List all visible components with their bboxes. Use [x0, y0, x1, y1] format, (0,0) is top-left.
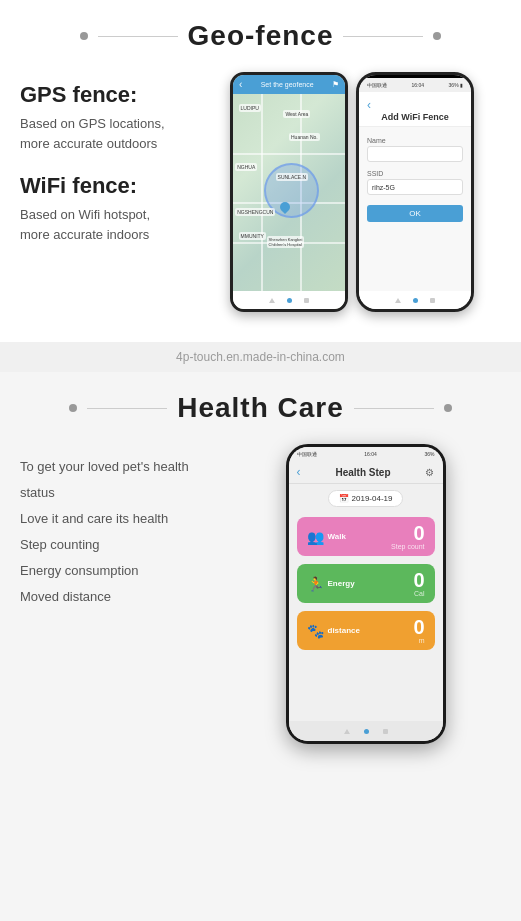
nav-back	[395, 298, 401, 303]
health-card-right: 0 Step count	[391, 523, 424, 550]
health-screen-title: Health Step	[335, 467, 390, 478]
health-distance-card: 🐾 distance 0 m	[297, 611, 435, 650]
health-card-right: 0 Cal	[413, 570, 424, 597]
energy-unit: Cal	[413, 590, 424, 597]
wifi-name-label: Name	[367, 137, 463, 144]
geo-text: GPS fence: Based on GPS locations, more …	[20, 72, 220, 264]
gps-fence-desc: Based on GPS locations, more accurate ou…	[20, 114, 220, 153]
health-carrier: 中国联通	[297, 451, 317, 457]
walk-label: Walk	[328, 532, 346, 541]
watermark-bar: 4p-touch.en.made-in-china.com	[0, 342, 521, 372]
health-card-left: 👥 Walk	[307, 529, 346, 545]
nav-back	[269, 298, 275, 303]
health-app-header: ‹ Health Step ⚙	[289, 461, 443, 484]
health-phone-mockup: 中国联通 16:04 36% ‹ Health Step ⚙ 📅	[286, 444, 446, 744]
calendar-icon: 📅	[339, 494, 349, 503]
wifi-header-title: Add WiFi Fence	[367, 112, 463, 122]
health-screen-footer	[289, 721, 443, 741]
gps-icon: ⚑	[332, 80, 339, 89]
health-phone-screen: 中国联通 16:04 36% ‹ Health Step ⚙ 📅	[289, 447, 443, 741]
wifi-ssid-label: SSID	[367, 170, 463, 177]
wifi-status-bar: 中国联通 16:04 36% ▮	[359, 78, 471, 92]
distance-unit: m	[413, 637, 424, 644]
wifi-fence-title: WiFi fence:	[20, 173, 220, 199]
health-nav-home	[364, 729, 369, 734]
health-card-left: 🏃 Energy	[307, 576, 355, 592]
walk-unit: Step count	[391, 543, 424, 550]
title-line-left	[98, 36, 178, 37]
health-care-title: Health Care	[177, 392, 344, 424]
wifi-time: 16:04	[412, 82, 425, 88]
health-desc3: Step counting	[20, 532, 220, 558]
nav-home	[413, 298, 418, 303]
health-desc1: To get your loved pet's health status	[20, 454, 220, 506]
distance-icon: 🐾	[307, 623, 324, 639]
health-desc5: Moved distance	[20, 584, 220, 610]
watermark-text: 4p-touch.en.made-in-china.com	[176, 350, 345, 364]
walk-value: 0	[391, 523, 424, 543]
wifi-phone-mockup: 中国联通 16:04 36% ▮ ‹ Add WiFi Fence Name	[356, 72, 474, 312]
health-date: 2019-04-19	[352, 494, 393, 503]
title-dot-right	[433, 32, 441, 40]
wifi-ok-button[interactable]: OK	[367, 205, 463, 222]
energy-value: 0	[413, 570, 424, 590]
health-content: To get your loved pet's health status Lo…	[0, 444, 521, 744]
health-title-row: Health Care	[0, 392, 521, 424]
health-gear-button[interactable]: ⚙	[425, 467, 434, 478]
map-label: NGHUA	[235, 163, 257, 171]
wifi-phone-screen: 中国联通 16:04 36% ▮ ‹ Add WiFi Fence Name	[359, 75, 471, 309]
health-status-bar: 中国联通 16:04 36%	[289, 447, 443, 461]
health-back-button[interactable]: ‹	[297, 465, 301, 479]
health-time: 16:04	[364, 451, 377, 457]
gps-fence-title: GPS fence:	[20, 82, 220, 108]
walk-icon: 👥	[307, 529, 324, 545]
map-road	[261, 94, 263, 291]
map-road	[233, 153, 345, 155]
health-energy-card: 🏃 Energy 0 Cal	[297, 564, 435, 603]
health-desc4: Energy consumption	[20, 558, 220, 584]
wifi-empty-area	[359, 232, 471, 291]
health-text: To get your loved pet's health status Lo…	[20, 444, 220, 610]
gps-screen-footer	[233, 291, 345, 309]
health-dot-right	[444, 404, 452, 412]
wifi-name-input[interactable]	[367, 146, 463, 162]
distance-label: distance	[328, 626, 360, 635]
geo-phones: ‹ Set the geofence ⚑ LUDIPU West Area	[230, 72, 474, 312]
wifi-carrier: 中国联通	[367, 82, 387, 88]
health-battery: 36%	[424, 451, 434, 457]
wifi-form: Name SSID rihz-5G OK	[359, 127, 471, 232]
map-label: SUNLACE.N	[276, 173, 309, 181]
gps-map-area: LUDIPU West Area Huanan No. NGHUA SUNLAC…	[233, 94, 345, 291]
distance-value: 0	[413, 617, 424, 637]
map-label: MMUNITY	[239, 232, 266, 240]
wifi-name-row: Name	[367, 137, 463, 162]
gps-screen-header: ‹ Set the geofence ⚑	[233, 75, 345, 94]
health-date-row: 📅 2019-04-19	[289, 484, 443, 513]
health-dot-left	[69, 404, 77, 412]
health-phone-wrap: 中国联通 16:04 36% ‹ Health Step ⚙ 📅	[230, 444, 501, 744]
wifi-battery: 36% ▮	[449, 82, 463, 88]
wifi-screen-footer	[359, 291, 471, 309]
map-label: West Area	[283, 110, 310, 118]
health-nav-recent	[383, 729, 388, 734]
health-date-box[interactable]: 📅 2019-04-19	[328, 490, 404, 507]
title-line-right	[343, 36, 423, 37]
wifi-screen-header: ‹ Add WiFi Fence	[359, 92, 471, 127]
gps-back-arrow: ‹	[239, 79, 242, 90]
wifi-back-arrow: ‹	[367, 98, 463, 112]
map-label: Huanan No.	[289, 133, 320, 141]
nav-recent	[304, 298, 309, 303]
gps-screen-title: Set the geofence	[246, 81, 328, 88]
health-card-right: 0 m	[413, 617, 424, 644]
map-label: NGSHENGCUN	[235, 208, 275, 216]
wifi-ssid-row: SSID rihz-5G	[367, 170, 463, 195]
health-nav-back	[344, 729, 350, 734]
title-dot-left	[80, 32, 88, 40]
geo-fence-title-row: Geo-fence	[0, 20, 521, 52]
energy-icon: 🏃	[307, 576, 324, 592]
geo-fence-section: Geo-fence GPS fence: Based on GPS locati…	[0, 0, 521, 342]
energy-label: Energy	[328, 579, 355, 588]
wifi-ssid-input[interactable]: rihz-5G	[367, 179, 463, 195]
health-care-section: Health Care To get your loved pet's heal…	[0, 372, 521, 774]
health-line-left	[87, 408, 167, 409]
